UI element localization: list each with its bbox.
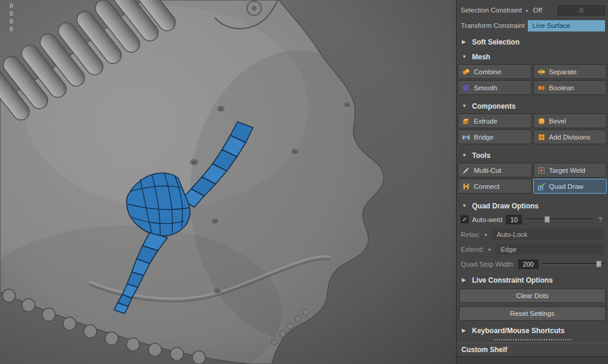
- button-label: Target Weld: [549, 167, 585, 174]
- boolean-icon: [537, 84, 546, 92]
- combine-icon: [462, 68, 470, 76]
- viewport-vignette: [0, 0, 456, 364]
- mesh-buttons: Combine Separate Smooth Boolean: [457, 63, 608, 96]
- extend-dropdown-icon[interactable]: ▼: [487, 248, 492, 252]
- section-label: Custom Shelf: [461, 346, 507, 354]
- reset-settings-button[interactable]: Reset Settings: [459, 306, 606, 321]
- slider-handle[interactable]: [596, 261, 601, 267]
- bridge-icon: [462, 133, 470, 141]
- relax-dropdown-icon[interactable]: ▼: [484, 233, 488, 237]
- add-divisions-button[interactable]: Add Divisions: [533, 129, 607, 144]
- quad-draw-icon: [537, 182, 546, 191]
- auto-weld-checkbox[interactable]: ✓: [461, 216, 468, 223]
- quad-draw-button[interactable]: Quad Draw: [533, 179, 607, 194]
- chevron-down-icon: ▼: [462, 54, 467, 59]
- section-live-constraint-options[interactable]: ▶ Live Constraint Options: [457, 274, 608, 286]
- connect-button[interactable]: Connect: [458, 179, 532, 194]
- selection-constraint-label: Selection Constraint: [461, 7, 522, 14]
- extrude-icon: [462, 117, 470, 125]
- transform-constraint-label: Transform Constraint: [461, 22, 525, 29]
- button-label: Separate: [549, 68, 577, 75]
- tools-buttons: Multi-Cut Target Weld Connect Quad Draw: [457, 162, 608, 195]
- combine-button[interactable]: Combine: [458, 64, 532, 79]
- relax-select[interactable]: Auto-Lock: [492, 229, 604, 240]
- transform-constraint-select[interactable]: Live Surface: [528, 20, 605, 31]
- dotted-divider: [457, 337, 608, 343]
- custom-shelf-header[interactable]: Custom Shelf: [457, 343, 608, 357]
- quad-strip-width-field[interactable]: [518, 259, 539, 269]
- button-label: Smooth: [474, 84, 498, 91]
- transform-constraint-row: Transform Constraint Live Surface: [457, 19, 608, 32]
- section-soft-selection[interactable]: ▶ Soft Selection: [457, 36, 608, 48]
- add-divisions-icon: [537, 133, 546, 141]
- chevron-down-icon: ▼: [462, 153, 467, 158]
- quad-strip-width-label: Quad Strip Width:: [461, 261, 515, 268]
- quad-strip-width-row: Quad Strip Width:: [457, 257, 608, 271]
- clear-dots-button[interactable]: Clear Dots: [459, 289, 606, 303]
- modeling-toolkit-panel: Selection Constraint ▼ Off Transform Con…: [456, 0, 608, 364]
- extend-label: Extend:: [461, 246, 484, 253]
- auto-weld-slider[interactable]: [525, 215, 593, 224]
- extend-select[interactable]: Edge: [495, 243, 604, 255]
- hud-count: 0: [10, 2, 13, 10]
- section-label: Mesh: [472, 53, 490, 61]
- section-label: Soft Selection: [472, 38, 520, 46]
- multi-cut-button[interactable]: Multi-Cut: [458, 163, 532, 178]
- chevron-right-icon: ▶: [462, 39, 467, 45]
- boolean-button[interactable]: Boolean: [533, 80, 607, 95]
- chevron-down-icon: ▼: [462, 103, 467, 109]
- section-label: Components: [472, 102, 515, 110]
- viewport-3d[interactable]: 0 0 0 0: [0, 0, 456, 364]
- section-quad-draw-options[interactable]: ▼ Quad Draw Options: [457, 200, 608, 212]
- slider-track: [542, 263, 604, 265]
- section-keyboard-mouse-shortcuts[interactable]: ▶ Keyboard/Mouse Shortcuts: [457, 324, 608, 337]
- slider-handle[interactable]: [544, 216, 550, 223]
- chevron-right-icon: ▶: [462, 277, 467, 283]
- extend-row: Extend: ▼ Edge: [457, 242, 608, 257]
- separate-button[interactable]: Separate: [533, 64, 607, 79]
- section-tools[interactable]: ▼ Tools: [457, 149, 608, 162]
- section-label: Tools: [472, 151, 490, 160]
- button-label: Bridge: [474, 134, 493, 141]
- section-label: Live Constraint Options: [472, 276, 553, 284]
- extrude-button[interactable]: Extrude: [458, 113, 532, 128]
- auto-weld-label: Auto-weld: [472, 216, 502, 223]
- selection-constraint-value[interactable]: Off: [533, 7, 542, 14]
- separate-icon: [537, 68, 546, 76]
- button-label: Combine: [474, 68, 501, 75]
- multi-cut-icon: [462, 166, 470, 175]
- connect-icon: [462, 182, 470, 191]
- smooth-icon: [462, 84, 470, 92]
- target-weld-button[interactable]: Target Weld: [533, 163, 607, 178]
- button-label: Boolean: [549, 84, 574, 91]
- slider-track: [525, 219, 593, 220]
- custom-shelf-area: [457, 357, 608, 364]
- button-label: Extrude: [474, 118, 498, 125]
- section-mesh[interactable]: ▼ Mesh: [457, 50, 608, 63]
- button-label: Multi-Cut: [474, 167, 501, 174]
- selection-constraint-field[interactable]: [558, 5, 605, 15]
- smooth-button[interactable]: Smooth: [458, 80, 532, 95]
- section-label: Keyboard/Mouse Shortcuts: [472, 327, 565, 335]
- bridge-button[interactable]: Bridge: [458, 129, 532, 144]
- auto-weld-value-field[interactable]: [506, 215, 522, 224]
- viewport-canvas: [0, 0, 456, 364]
- section-components[interactable]: ▼ Components: [457, 100, 608, 112]
- selection-constraint-dropdown-icon[interactable]: ▼: [525, 9, 529, 13]
- target-weld-icon: [537, 166, 546, 175]
- hud-count: 0: [10, 26, 13, 33]
- hud-poly-counts: 0 0 0 0: [10, 2, 13, 33]
- button-label: Add Divisions: [549, 134, 591, 141]
- button-label: Connect: [474, 183, 499, 190]
- components-buttons: Extrude Bevel Bridge Add Divisions: [457, 112, 608, 145]
- button-label: Quad Draw: [549, 183, 584, 190]
- bevel-button[interactable]: Bevel: [533, 113, 607, 128]
- auto-weld-row: ✓ Auto-weld ?: [457, 212, 608, 227]
- quad-strip-width-slider[interactable]: [542, 259, 604, 268]
- selection-constraint-row: Selection Constraint ▼ Off: [457, 4, 608, 17]
- hud-count: 0: [10, 10, 13, 18]
- relax-row: Relax: ▼ Auto-Lock: [457, 227, 608, 242]
- section-label: Quad Draw Options: [472, 202, 539, 210]
- button-label: Bevel: [549, 118, 566, 125]
- help-button[interactable]: ?: [597, 216, 604, 223]
